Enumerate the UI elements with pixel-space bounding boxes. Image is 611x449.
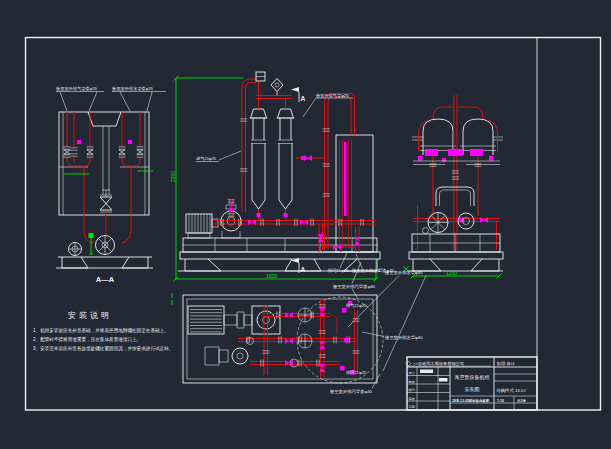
- row-label-check: 校对: [408, 388, 416, 392]
- sheet-count: 共1张: [516, 399, 526, 403]
- aa-valve-row: [64, 140, 144, 157]
- plan-vent-label: 排气口φ25: [346, 303, 367, 308]
- cad-sheet: 接至室外排气管道φ25 接至室外排水管道φ25: [0, 0, 611, 449]
- aa-base: [56, 257, 153, 268]
- plan-bottom-sewer-label: 接至室外排污管道φ40: [329, 389, 373, 394]
- svg-text:A: A: [301, 266, 306, 273]
- plan-valves: [285, 301, 355, 375]
- plan-pump: [205, 306, 280, 365]
- front-water-tank: [336, 135, 373, 252]
- aa-pipes: [67, 112, 140, 243]
- signature-mark: [420, 370, 433, 374]
- company-name: ××自动化工程设备有限公司: [413, 361, 464, 366]
- notes-title: 安装说明: [68, 311, 112, 320]
- title-block: ××自动化工程设备有限公司 阶段 设计 真空泵设备机组 安装图 结构样式 13-…: [406, 357, 537, 410]
- plan-blowdown-label: 排污口φ25: [346, 370, 367, 375]
- front-view: 2200 1600: [170, 72, 395, 299]
- cad-canvas[interactable]: 接至室外排气管道φ25 接至室外排水管道φ25: [0, 0, 611, 449]
- front-drain-label: 排污口φ25: [328, 268, 349, 273]
- side-dim-width: 1200: [446, 270, 457, 276]
- aa-pump: [69, 236, 115, 256]
- side-pumps: [423, 213, 475, 234]
- side-valves: [418, 149, 494, 223]
- front-motor: [186, 214, 218, 238]
- row-label-audit: 审核: [409, 397, 416, 401]
- product-name: 真空泵设备机组: [455, 374, 490, 380]
- note-item-1: 1、机组安装前应先检查基础，并将底座用地脚螺栓固定在基础上。: [33, 327, 169, 334]
- front-dim-height: 2200: [170, 171, 176, 182]
- side-piping: [413, 95, 500, 250]
- row-label-design: 设计: [409, 371, 416, 375]
- front-separator-pots: [250, 109, 295, 209]
- front-inlet-label: 进气口φ25: [196, 156, 217, 161]
- section-marker-top: A: [291, 87, 306, 102]
- aa-view-title: A—A: [96, 275, 115, 284]
- row-label-draw: 制图: [409, 380, 415, 384]
- front-sewer-label: 接至室外排污管道φ40: [332, 284, 376, 289]
- note-item-2: 2、配管时不得将管道重量，压在泵体及管道接口上。: [33, 336, 141, 343]
- pressure-gauge-icon: [271, 79, 283, 96]
- aa-vessel-outline: [59, 112, 149, 215]
- svg-text:A: A: [301, 95, 306, 102]
- plan-view: 排气口φ25 排污口φ25 接至室外排水管φ40 接至室外排污管道φ40: [172, 293, 423, 394]
- front-dim-width: 1600: [266, 273, 277, 279]
- note-item-3: 3、安装完毕后应检查各连接处螺栓紧固情况，并按要求进行试运转。: [33, 345, 173, 352]
- installation-notes: 安装说明 1、机组安装前应先检查基础，并将底座用地脚螺栓固定在基础上。 2、配管…: [33, 311, 173, 352]
- front-dimensions: 2200 1600: [170, 76, 379, 282]
- level-gauge: [344, 142, 347, 216]
- row-label-date: 日期: [409, 405, 415, 409]
- aa-label-drain: 接至室外排水管道φ25: [111, 86, 154, 91]
- stage-cell: 阶段 设计: [497, 361, 516, 366]
- front-piping: [214, 79, 375, 252]
- front-top-cap: [256, 72, 265, 81]
- scale-value: 1:10: [497, 399, 504, 403]
- side-base: [407, 234, 503, 271]
- plan-motor: [188, 306, 252, 334]
- sheet-type: 安装图: [465, 386, 480, 393]
- drawing-code: 结构样式 13-5#: [497, 388, 527, 394]
- front-base: [178, 238, 380, 271]
- aa-label-exhaust: 接至室外排气管道φ25: [55, 86, 98, 91]
- signature-mark: [439, 378, 448, 382]
- plan-right-drain-label: 接至室外排水管φ40: [384, 335, 423, 340]
- side-arch: [436, 187, 474, 206]
- doc-number: ZKB-13-05型机组总装图: [452, 398, 490, 403]
- section-view-aa: 接至室外排气管道φ25 接至室外排水管道φ25: [55, 86, 166, 284]
- aa-center-valve: [100, 126, 112, 235]
- side-drain-label: 接至室外排水管φ40: [384, 270, 423, 275]
- front-valves: [228, 155, 360, 250]
- side-view: 1200 接至室外排水管φ40: [348, 95, 503, 371]
- front-exhaust-label: 接室外排气管φ25: [315, 93, 349, 98]
